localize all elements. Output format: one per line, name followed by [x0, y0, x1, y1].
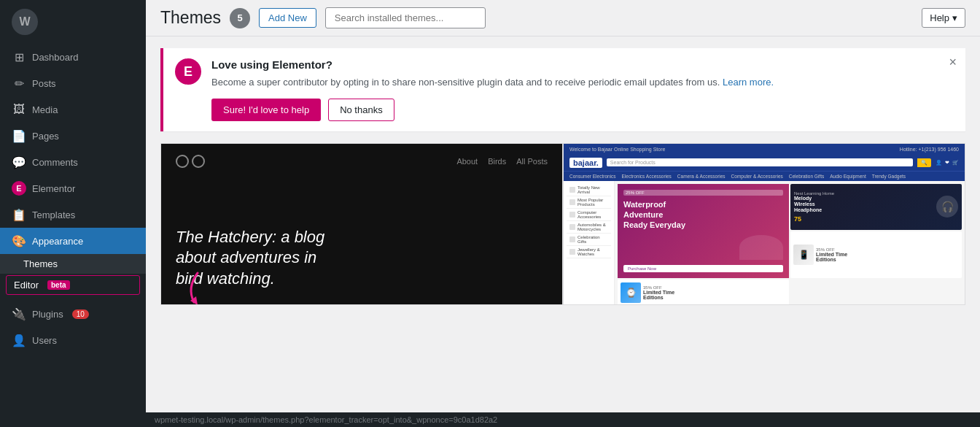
sidebar-label-editor: Editor	[14, 280, 39, 291]
limited-title-1: Limited TimeEditions	[816, 252, 847, 262]
limited-info-1: 35% OFF Limited TimeEditions	[816, 247, 847, 262]
theme-card-bajaar[interactable]: Welcome to Bajaar Online Shopping Store …	[563, 143, 965, 305]
bajaar-sidebar-item-3: Computer Accessories	[567, 209, 611, 221]
sidebar-label-plugins: Plugins	[32, 309, 63, 320]
limited-title-2: Limited TimeEditions	[643, 290, 674, 300]
sidebar-item-media[interactable]: 🖼 Media	[0, 96, 146, 123]
posts-icon: ✏	[12, 76, 26, 91]
elementor-icon: E	[12, 181, 26, 196]
cat-trendy: Trendy Gadgets	[872, 174, 906, 179]
bajaar-headphone-card: Nest Learning Home MelodyWirelessHeadpho…	[790, 184, 962, 231]
sidebar-item-posts[interactable]: ✏ Posts	[0, 70, 146, 96]
theme-card-hatchery[interactable]: About Birds All Posts The Hatchery: a bl…	[160, 143, 563, 305]
content-area: E Love using Elementor? Become a super c…	[146, 36, 980, 412]
add-new-button[interactable]: Add New	[259, 8, 316, 28]
nav-birds: Birds	[488, 157, 506, 166]
sidebar-cat-icon-6	[569, 249, 575, 255]
statusbar-url: wpmet-testing.local/wp-admin/themes.php?…	[155, 415, 497, 424]
sidebar-item-dashboard[interactable]: ⊞ Dashboard	[0, 44, 146, 70]
elementor-notice: E Love using Elementor? Become a super c…	[160, 48, 965, 131]
headphone-img: 🎧	[936, 196, 958, 218]
hatchery-nav-links: About Birds All Posts	[456, 157, 548, 166]
users-icon: 👤	[12, 333, 26, 347]
bajaar-sidebar-item: Totally New Arrival	[567, 184, 611, 196]
theme-preview-bajaar: Welcome to Bajaar Online Shopping Store …	[564, 144, 965, 304]
sidebar-item-users[interactable]: 👤 Users	[0, 327, 146, 353]
nav-about: About	[456, 157, 478, 166]
notice-love-button[interactable]: Sure! I'd love to help	[211, 99, 321, 121]
bajaar-search-text: Search for Products	[610, 160, 656, 165]
sidebar-label-themes: Themes	[23, 258, 58, 269]
main-content: Themes 5 Add New Help ▾ E Love using Ele…	[146, 0, 980, 427]
sidebar-label-pages: Pages	[32, 131, 59, 142]
notice-learn-more-link[interactable]: Learn more.	[723, 77, 774, 88]
bajaar-actions: 👤❤🛒	[936, 160, 959, 166]
media-icon: 🖼	[12, 102, 26, 117]
bajaar-sidebar-item-4: Automobiles & Motorcycles	[567, 221, 611, 234]
headphone-info: Nest Learning Home MelodyWirelessHeadpho…	[794, 191, 834, 223]
elementor-e-icon: E	[175, 58, 201, 85]
page-title: Themes	[160, 8, 221, 28]
notice-text: Become a super contributor by opting in …	[211, 75, 954, 90]
cat-consumer: Consumer Electronics	[569, 174, 616, 179]
topbar: Themes 5 Add New Help ▾	[146, 0, 980, 36]
cat-camera: Camera & Accessories	[677, 174, 726, 179]
sidebar-label-dashboard: Dashboard	[32, 52, 79, 63]
themes-grid: About Birds All Posts The Hatchery: a bl…	[146, 143, 980, 320]
bajaar-search-bar: bajaar. Search for Products 🔍 👤❤🛒	[564, 155, 965, 171]
sidebar-cat-icon-4	[569, 224, 575, 230]
bajaar-logo: bajaar.	[569, 158, 602, 168]
sidebar-item-elementor[interactable]: E Elementor	[0, 175, 146, 201]
sidebar-item-pages[interactable]: 📄 Pages	[0, 123, 146, 149]
brand-circle-1	[176, 155, 189, 168]
help-button[interactable]: Help ▾	[922, 8, 965, 28]
bajaar-hero-card: 25% OFF WaterproofAdventureReady Everyda…	[618, 184, 789, 278]
sidebar: W ⊞ Dashboard ✏ Posts 🖼 Media 📄 Pages 💬 …	[0, 0, 146, 427]
bajaar-search-button[interactable]: 🔍	[917, 158, 931, 167]
headphone-label: Nest Learning Home	[794, 191, 834, 196]
statusbar: wpmet-testing.local/wp-admin/themes.php?…	[146, 412, 980, 427]
notice-no-thanks-button[interactable]: No thanks	[328, 99, 394, 121]
sidebar-item-plugins[interactable]: 🔌 Plugins 10	[0, 301, 146, 327]
bajaar-nav: Consumer Electronics Electronics Accesso…	[564, 171, 965, 181]
hero-person-img	[739, 235, 783, 259]
sidebar-cat-icon-3	[569, 212, 575, 218]
bajaar-product-grid: 25% OFF WaterproofAdventureReady Everyda…	[615, 181, 965, 304]
themes-count: 5	[230, 8, 250, 28]
sidebar-cat-icon	[569, 187, 575, 193]
plugins-icon: 🔌	[12, 307, 26, 321]
appearance-icon: 🎨	[12, 234, 26, 248]
sidebar-item-editor[interactable]: Editor beta	[6, 275, 140, 295]
notice-title: Love using Elementor?	[211, 58, 954, 71]
notice-close-button[interactable]: ×	[949, 55, 957, 69]
notice-buttons: Sure! I'd love to help No thanks	[211, 99, 954, 121]
bajaar-sidebar-item-5: Celebration Gifts	[567, 234, 611, 246]
limited-product-img-2: ⌚	[621, 282, 641, 303]
help-label: Help	[930, 12, 949, 23]
sidebar-label-elementor: Elementor	[32, 183, 75, 194]
nav-allposts: All Posts	[516, 157, 548, 166]
cat-computer: Computer & Accessories	[731, 174, 783, 179]
bajaar-header: Welcome to Bajaar Online Shopping Store …	[564, 144, 965, 155]
bajaar-limited-card-1: 📱 35% OFF Limited TimeEditions	[790, 231, 962, 278]
sidebar-item-appearance[interactable]: 🎨 Appearance	[0, 228, 146, 254]
search-themes-input[interactable]	[325, 7, 486, 28]
sidebar-item-themes[interactable]: Themes	[0, 254, 146, 274]
bajaar-sidebar: Totally New Arrival Most Popular Product…	[564, 181, 615, 304]
headphone-title: MelodyWirelessHeadphone	[794, 196, 834, 214]
sidebar-label-media: Media	[32, 104, 58, 115]
hero-badge: 25% OFF	[623, 190, 783, 196]
sidebar-label-users: Users	[32, 335, 57, 346]
cat-celebration: Celebration Gifts	[789, 174, 824, 179]
wp-logo-area: W	[0, 0, 146, 44]
brand-circle-2	[192, 155, 205, 168]
bajaar-limited-card-2: ⌚ 35% OFF Limited TimeEditions	[618, 280, 789, 304]
sidebar-item-templates[interactable]: 📋 Templates	[0, 201, 146, 228]
arrow-indicator	[183, 266, 227, 305]
hero-cta: Purchase Now	[623, 265, 783, 272]
sidebar-cat-icon-5	[569, 236, 575, 242]
sidebar-item-comments[interactable]: 💬 Comments	[0, 149, 146, 175]
limited-product-img-1: 📱	[793, 245, 814, 265]
dashboard-icon: ⊞	[12, 50, 26, 64]
editor-beta-badge: beta	[47, 280, 70, 290]
